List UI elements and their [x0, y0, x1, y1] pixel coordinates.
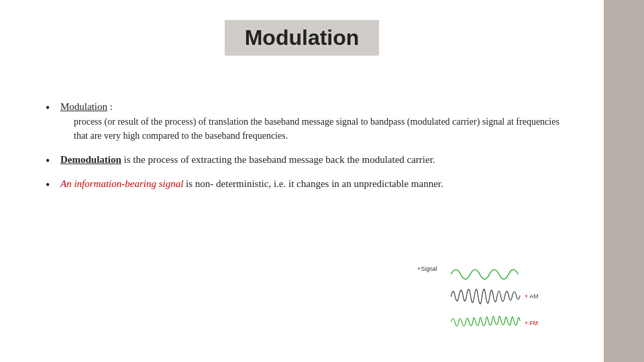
- modulation-term: Modulation: [60, 101, 107, 112]
- fm-label: FM: [530, 320, 538, 326]
- demodulation-term: Demodulation: [60, 154, 121, 165]
- am-label: AM: [530, 293, 539, 300]
- signal-svg: + Signal + AM + FM: [416, 261, 550, 335]
- svg-text:+: +: [525, 293, 528, 300]
- info-bearing-term: An information-bearing signal: [60, 178, 183, 189]
- svg-text:+: +: [525, 320, 528, 326]
- list-item-info-bearing: An information-bearing signal is non- de…: [40, 176, 564, 192]
- bullet-list: Modulation : process (or result of the p…: [40, 99, 564, 192]
- main-content: Modulation Modulation : process (or resu…: [0, 0, 604, 362]
- modulation-suffix: :: [107, 101, 113, 112]
- modulation-body: process (or result of the process) of tr…: [74, 115, 564, 143]
- signal-label: Signal: [421, 265, 437, 272]
- sidebar: [604, 0, 644, 362]
- title-wrapper: Modulation: [40, 20, 564, 79]
- page-title: Modulation: [245, 25, 360, 50]
- info-bearing-body: is non- deterministic, i.e. it changes i…: [183, 178, 443, 189]
- demodulation-body: is the process of extracting the baseban…: [121, 154, 435, 165]
- signal-diagram-area: + Signal + AM + FM: [416, 261, 550, 335]
- list-item-demodulation: Demodulation is the process of extractin…: [40, 152, 564, 168]
- list-item-modulation: Modulation : process (or result of the p…: [40, 99, 564, 143]
- svg-text:+: +: [417, 265, 421, 272]
- title-box: Modulation: [225, 20, 380, 56]
